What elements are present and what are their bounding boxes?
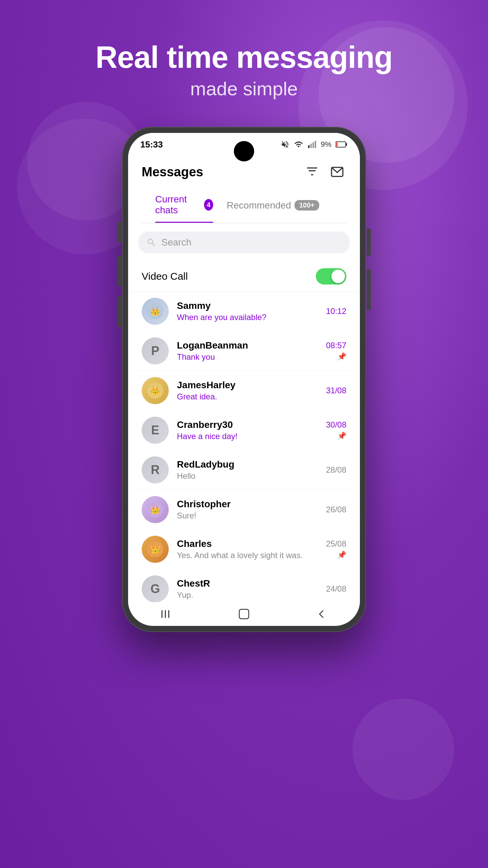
avatar: R [142, 456, 169, 484]
chat-time: 28/08 [326, 465, 346, 475]
phone-frame: 15:33 [122, 127, 366, 632]
chat-info: LoganBeanman Thank you [177, 340, 326, 362]
chat-preview: Yes. And what a lovely sight it was. [177, 551, 326, 560]
chat-preview: Hello [177, 471, 326, 481]
chat-meta: 25/08 📌 [326, 539, 346, 559]
recents-button[interactable] [160, 607, 174, 621]
app-title: Messages [142, 165, 203, 179]
compose-button[interactable] [328, 163, 346, 181]
avatar: G [142, 575, 169, 602]
chat-time: 25/08 [326, 539, 346, 549]
pin-icon: 📌 [337, 352, 346, 361]
hero-title: Real time messaging [96, 41, 392, 74]
recents-icon [161, 609, 173, 619]
chat-info: Cranberry30 Have a nice day! [177, 419, 326, 441]
crown-orange-icon: 👑 [147, 541, 164, 558]
chat-item[interactable]: E Cranberry30 Have a nice day! 30/08 📌 [128, 411, 360, 450]
recommended-badge: 100+ [294, 200, 319, 211]
chat-item[interactable]: R RedLadybug Hello 28/08 [128, 450, 360, 490]
filter-icon [305, 165, 319, 179]
chat-time: 08:57 [326, 341, 346, 350]
phone-screen: 15:33 [128, 133, 360, 626]
search-icon [146, 237, 157, 248]
chat-item[interactable]: G ChestR Yup. 24/08 [128, 569, 360, 602]
chat-preview: When are you available? [177, 313, 326, 322]
current-chats-badge: 4 [204, 199, 213, 211]
signal-icon [308, 140, 317, 149]
toggle-knob [331, 270, 345, 283]
avatar: P [142, 337, 169, 364]
svg-rect-6 [336, 142, 338, 146]
chat-time: 30/08 [326, 420, 346, 430]
chat-preview: Great idea. [177, 392, 326, 401]
chat-item[interactable]: 👑 JamesHarley Great idea. 31/08 [128, 371, 360, 411]
svg-rect-29 [239, 609, 249, 619]
camera-notch [234, 141, 254, 161]
pin-icon: 📌 [337, 551, 346, 559]
chat-name: Christopher [177, 499, 326, 510]
chat-preview: Have a nice day! [177, 432, 326, 441]
svg-text:👑: 👑 [150, 544, 160, 554]
avatar: 👑 [142, 536, 169, 563]
volume-up-button [117, 222, 121, 242]
chat-name: RedLadybug [177, 459, 326, 470]
chat-item[interactable]: 👑 Christopher Sure! 26/08 [128, 490, 360, 530]
chat-time: 31/08 [326, 386, 346, 395]
system-nav [128, 602, 360, 626]
mute-icon [281, 140, 289, 149]
battery-text: 9% [321, 140, 331, 149]
video-call-row: Video Call [128, 261, 360, 292]
chat-name: ChestR [177, 578, 326, 589]
chat-preview: Thank you [177, 352, 326, 362]
hero-subtitle: made simple [96, 78, 392, 100]
search-placeholder-text: Search [161, 237, 191, 248]
tab-current-chats[interactable]: Current chats 4 [155, 188, 213, 223]
phone-mockup: 15:33 [122, 127, 366, 632]
status-time: 15:33 [140, 139, 163, 150]
video-call-label: Video Call [142, 271, 188, 282]
svg-text:👑: 👑 [150, 505, 160, 514]
chat-meta: 31/08 [326, 386, 346, 395]
chat-name: LoganBeanman [177, 340, 326, 351]
power-button [117, 296, 121, 327]
chat-info: Charles Yes. And what a lovely sight it … [177, 538, 326, 560]
video-call-toggle[interactable] [316, 268, 346, 284]
avatar: 👑 [142, 377, 169, 404]
chat-info: RedLadybug Hello [177, 459, 326, 481]
svg-rect-0 [308, 145, 309, 148]
svg-text:👑: 👑 [150, 386, 160, 395]
recommended-label: Recommended [227, 200, 291, 211]
chat-meta: 30/08 📌 [326, 420, 346, 440]
chat-meta: 26/08 [326, 505, 346, 514]
back-icon [316, 609, 326, 619]
crown-purple-icon: 👑 [147, 501, 164, 518]
svg-text:👑: 👑 [150, 306, 160, 316]
chat-info: JamesHarley Great idea. [177, 380, 326, 401]
chat-meta: 28/08 [326, 465, 346, 475]
chat-item[interactable]: 👑 Sammy When are you available? 10:12 [128, 292, 360, 331]
hero-section: Real time messaging made simple [96, 41, 392, 100]
home-button[interactable] [237, 607, 251, 621]
app-header-top: Messages [142, 163, 346, 188]
chat-info: ChestR Yup. [177, 578, 326, 600]
chat-info: Christopher Sure! [177, 499, 326, 520]
battery-icon [336, 141, 348, 148]
pin-icon: 📌 [337, 432, 346, 440]
svg-rect-2 [312, 142, 314, 148]
chat-item[interactable]: 👑 Charles Yes. And what a lovely sight i… [128, 530, 360, 569]
crown-blue-icon: 👑 [147, 303, 164, 320]
status-icons: 9% [281, 140, 348, 149]
tabs: Current chats 4 Recommended 100+ [142, 188, 346, 223]
tab-recommended[interactable]: Recommended 100+ [227, 194, 319, 217]
search-bar[interactable]: Search [138, 232, 350, 253]
chat-name: Charles [177, 538, 326, 549]
chat-meta: 08:57 📌 [326, 341, 346, 361]
filter-button[interactable] [303, 163, 321, 181]
back-button[interactable] [314, 607, 328, 621]
chat-item[interactable]: P LoganBeanman Thank you 08:57 📌 [128, 331, 360, 371]
svg-rect-3 [315, 141, 316, 148]
chat-name: Sammy [177, 300, 326, 311]
chat-name: JamesHarley [177, 380, 326, 391]
svg-rect-5 [346, 143, 347, 146]
app-header: Messages [128, 156, 360, 223]
